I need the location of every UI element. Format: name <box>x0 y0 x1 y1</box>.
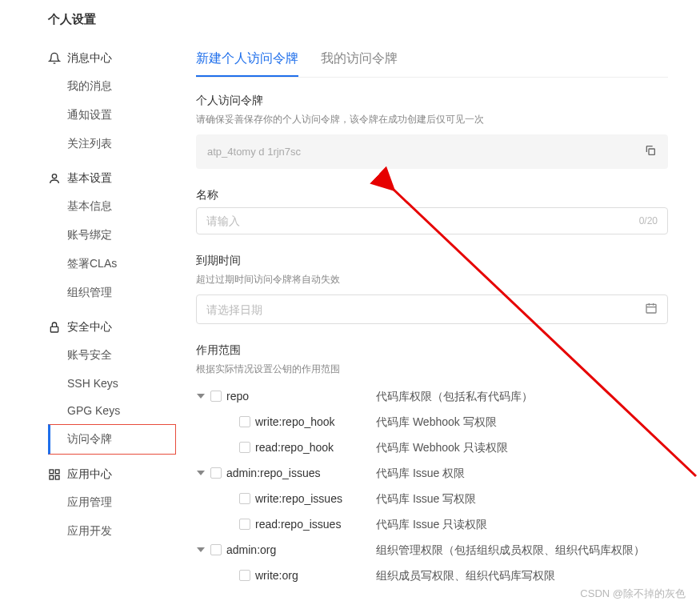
svg-point-0 <box>52 174 56 178</box>
tab[interactable]: 我的访问令牌 <box>321 50 398 77</box>
token-hint: 请确保妥善保存你的个人访问令牌，该令牌在成功创建后仅可见一次 <box>196 113 668 126</box>
nav-header-lock[interactable]: 安全中心 <box>48 314 172 341</box>
scope-left: admin:repo_issues <box>196 467 376 479</box>
page-title: 个人设置 <box>48 12 172 27</box>
token-box: atp_4tomy d 1rjn7sc <box>196 134 668 169</box>
sidebar-item[interactable]: 签署CLAs <box>48 250 172 278</box>
scope-checkbox[interactable] <box>210 391 222 402</box>
sidebar-item[interactable]: 应用开发 <box>48 517 172 546</box>
sidebar-item[interactable]: SSH Keys <box>48 370 172 397</box>
bell-icon <box>48 52 61 65</box>
sidebar-item[interactable]: 账号安全 <box>48 341 172 370</box>
copy-icon[interactable] <box>644 144 657 159</box>
scope-hint: 根据实际情况设置公钥的作用范围 <box>196 363 668 376</box>
svg-rect-4 <box>50 475 54 479</box>
nav-group: 安全中心账号安全SSH KeysGPG Keys访问令牌 <box>48 314 172 455</box>
scope-checkbox[interactable] <box>239 442 250 453</box>
svg-rect-3 <box>55 470 59 474</box>
scope-key: read:repo_issues <box>255 518 341 531</box>
nav-header-user[interactable]: 基本设置 <box>48 165 172 192</box>
scope-left: read:repo_hook <box>196 441 376 454</box>
scope-desc: 代码库 Webhook 只读权限 <box>376 441 668 455</box>
nav-header-label: 应用中心 <box>67 467 112 482</box>
nav-header-apps[interactable]: 应用中心 <box>48 461 172 488</box>
chevron-down-icon[interactable] <box>196 545 206 555</box>
scope-row: read:repo_hook代码库 Webhook 只读权限 <box>196 435 668 461</box>
scope-row: admin:repo_issues代码库 Issue 权限 <box>196 461 668 487</box>
scope-desc: 组织管理权限（包括组织成员权限、组织代码库权限） <box>376 543 668 558</box>
scope-row: write:repo_issues代码库 Issue 写权限 <box>196 487 668 512</box>
sidebar-item[interactable]: GPG Keys <box>48 397 172 424</box>
name-input-wrapper: 0/20 <box>196 207 668 234</box>
chevron-down-icon[interactable] <box>196 468 206 478</box>
scope-left: admin:org <box>196 543 376 556</box>
token-section: 个人访问令牌 请确保妥善保存你的个人访问令牌，该令牌在成功创建后仅可见一次 at… <box>196 94 668 169</box>
sidebar-item[interactable]: 应用管理 <box>48 488 172 517</box>
user-icon <box>48 172 61 185</box>
nav-group: 应用中心应用管理应用开发 <box>48 461 172 546</box>
nav-header-label: 安全中心 <box>67 320 112 335</box>
tabs: 新建个人访问令牌我的访问令牌 <box>196 50 668 78</box>
nav-group: 消息中心我的消息通知设置关注列表 <box>48 45 172 158</box>
scope-row: repo代码库权限（包括私有代码库） <box>196 384 668 410</box>
name-count: 0/20 <box>639 215 658 226</box>
scope-key: write:org <box>255 569 298 582</box>
nav-header-label: 基本设置 <box>67 171 112 186</box>
sidebar-item[interactable]: 访问令牌 <box>48 424 176 455</box>
sidebar-item[interactable]: 账号绑定 <box>48 221 172 250</box>
expire-hint: 超过过期时间访问令牌将自动失效 <box>196 273 668 286</box>
scope-desc: 代码库 Issue 只读权限 <box>376 518 668 532</box>
nav-header-label: 消息中心 <box>67 51 112 66</box>
scope-row: write:org组织成员写权限、组织代码库写权限 <box>196 563 668 589</box>
scope-checkbox[interactable] <box>210 544 222 555</box>
scope-left: write:repo_hook <box>196 415 376 428</box>
calendar-icon[interactable] <box>645 302 658 317</box>
svg-marker-11 <box>197 394 205 399</box>
apps-icon <box>48 468 61 481</box>
scope-checkbox[interactable] <box>239 570 250 581</box>
sidebar-item[interactable]: 我的消息 <box>48 72 172 101</box>
scope-left: read:repo_issues <box>196 518 376 531</box>
token-value: atp_4tomy d 1rjn7sc <box>207 146 301 158</box>
scope-key: write:repo_issues <box>255 492 342 505</box>
date-input-wrapper[interactable] <box>196 294 668 324</box>
svg-marker-13 <box>197 547 205 552</box>
scope-desc: 代码库 Issue 写权限 <box>376 492 668 507</box>
main-content: 新建个人访问令牌我的访问令牌 个人访问令牌 请确保妥善保存你的个人访问令牌，该令… <box>172 12 700 608</box>
scope-row: read:repo_issues代码库 Issue 只读权限 <box>196 512 668 538</box>
svg-marker-12 <box>197 471 205 475</box>
scope-key: read:repo_hook <box>255 441 334 454</box>
scope-desc: 组织成员写权限、组织代码库写权限 <box>376 569 668 583</box>
scope-checkbox[interactable] <box>239 519 250 530</box>
svg-rect-7 <box>646 304 656 313</box>
scope-left: write:repo_issues <box>196 492 376 505</box>
svg-rect-6 <box>649 149 654 154</box>
token-label: 个人访问令牌 <box>196 94 668 108</box>
scope-label: 作用范围 <box>196 343 668 358</box>
nav-header-bell[interactable]: 消息中心 <box>48 45 172 72</box>
sidebar-item[interactable]: 组织管理 <box>48 278 172 307</box>
expire-section: 到期时间 超过过期时间访问令牌将自动失效 <box>196 254 668 324</box>
lock-icon <box>48 321 61 334</box>
scope-left: write:org <box>196 569 376 582</box>
watermark: CSDN @除不掉的灰色 <box>580 587 686 601</box>
sidebar-item[interactable]: 基本信息 <box>48 192 172 221</box>
name-input[interactable] <box>206 214 639 227</box>
tab[interactable]: 新建个人访问令牌 <box>196 50 298 77</box>
sidebar-item[interactable]: 通知设置 <box>48 101 172 130</box>
name-label: 名称 <box>196 188 668 202</box>
svg-rect-5 <box>55 475 59 479</box>
scope-checkbox[interactable] <box>239 416 250 427</box>
scope-checkbox[interactable] <box>239 493 250 504</box>
scope-desc: 代码库 Issue 权限 <box>376 467 668 481</box>
date-input[interactable] <box>206 303 645 316</box>
svg-rect-2 <box>50 470 54 474</box>
sidebar-item[interactable]: 关注列表 <box>48 130 172 158</box>
expire-label: 到期时间 <box>196 254 668 268</box>
nav-group: 基本设置基本信息账号绑定签署CLAs组织管理 <box>48 165 172 307</box>
scope-row: admin:org组织管理权限（包括组织成员权限、组织代码库权限） <box>196 538 668 563</box>
scope-key: admin:repo_issues <box>226 467 321 479</box>
scope-checkbox[interactable] <box>210 467 222 479</box>
chevron-down-icon[interactable] <box>196 391 206 401</box>
scope-key: admin:org <box>226 543 276 556</box>
